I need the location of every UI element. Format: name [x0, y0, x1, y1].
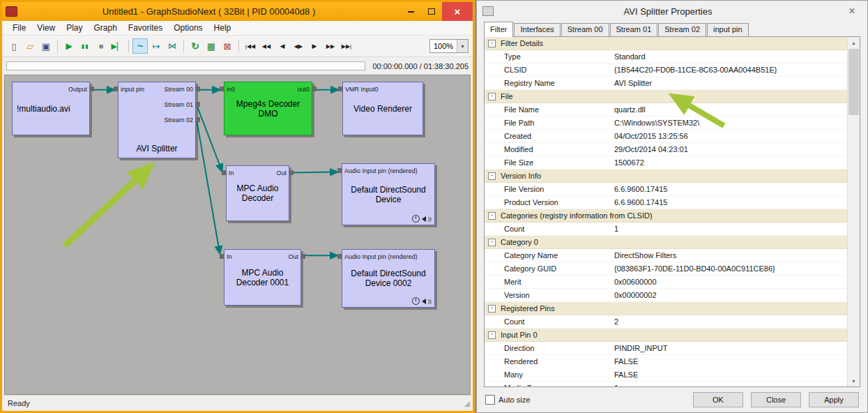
property-row[interactable]: TypeStandard [485, 50, 848, 63]
seek-start-icon[interactable] [243, 38, 258, 54]
tab-stream-01[interactable]: Stream 01 [610, 23, 658, 36]
seek-backward-icon[interactable] [259, 38, 274, 54]
tab-input-pin[interactable]: input pin [707, 23, 749, 36]
disconnect-icon[interactable] [165, 38, 180, 54]
dialog-titlebar[interactable]: AVI Splitter Properties [477, 1, 867, 22]
connect-intelligent-icon[interactable] [132, 38, 148, 54]
frame-back-icon[interactable] [275, 38, 290, 54]
open-file-icon[interactable] [22, 38, 38, 54]
property-row[interactable]: Merit0x00600000 [485, 276, 848, 289]
property-row[interactable]: Count1 [485, 223, 848, 236]
filter-default-directsound-device-0002[interactable]: Audio Input pin (rendered)Default Direct… [342, 249, 435, 308]
tab-stream-00[interactable]: Stream 00 [561, 23, 609, 36]
property-row[interactable]: File PathC:\Windows\SYSTEM32\ [485, 117, 848, 130]
graph-canvas[interactable]: Output!multiaudio.aviinput pinStream 00S… [4, 75, 471, 395]
step-icon[interactable] [109, 38, 125, 54]
connect-direct-icon[interactable] [149, 38, 164, 54]
dialog-close-button[interactable] [842, 3, 862, 19]
filter-video-renderer[interactable]: VMR Input0Video Renderer [342, 82, 423, 135]
property-row[interactable]: Modified29/Oct/2014 04:23:01 [485, 143, 848, 156]
property-row[interactable]: File Namequartz.dll [485, 103, 848, 117]
vertical-scrollbar[interactable] [847, 37, 860, 386]
resize-grip[interactable] [464, 399, 470, 408]
frame-pair-icon[interactable] [291, 38, 306, 54]
tab-interfaces[interactable]: Interfaces [514, 23, 560, 36]
collapse-icon[interactable]: - [488, 305, 496, 313]
refresh-icon[interactable] [188, 38, 203, 54]
apply-button[interactable]: Apply [809, 392, 859, 407]
pin-in0[interactable]: in0 [227, 86, 235, 93]
property-row[interactable]: CLSID{1B544C20-FD0B-11CE-8C63-00AA0044B5… [485, 63, 848, 77]
maximize-button[interactable] [421, 2, 442, 21]
zoom-select[interactable]: 100% [429, 39, 469, 53]
pin-out0[interactable]: out0 [297, 86, 310, 93]
pin-in[interactable]: In [227, 253, 232, 260]
property-row[interactable]: Version0x00000002 [485, 289, 848, 302]
filter-mpc-audio-decoder-0001[interactable]: InOutMPC Audio Decoder 0001 [224, 249, 301, 306]
pin-out[interactable]: Out [276, 170, 287, 177]
property-row[interactable]: DirectionPINDIR_INPUT [485, 342, 848, 355]
property-row[interactable]: RenderedFALSE [485, 355, 848, 368]
connection-line[interactable] [197, 105, 222, 171]
new-file-icon[interactable] [6, 38, 22, 54]
menu-item-file[interactable]: File [8, 22, 31, 34]
section-header-category-0[interactable]: -Category 0 [485, 236, 848, 249]
property-row[interactable]: Count2 [485, 315, 848, 329]
filter-avi-splitter[interactable]: input pinStream 00Stream 01Stream 02AVI … [118, 82, 196, 158]
property-row[interactable]: File Size1500672 [485, 156, 848, 170]
minimize-button[interactable] [400, 2, 421, 21]
menu-item-favorites[interactable]: Favorites [123, 22, 167, 34]
filter-mpc-audio-decoder[interactable]: InOutMPC Audio Decoder [226, 165, 289, 221]
property-row[interactable]: ManyFALSE [485, 368, 848, 382]
save-file-icon[interactable] [38, 38, 54, 54]
collapse-icon[interactable]: - [488, 331, 496, 339]
property-row[interactable]: File Version6.6.9600.17415 [485, 183, 848, 196]
property-row[interactable]: Product Version6.6.9600.17415 [485, 196, 848, 209]
collapse-icon[interactable]: - [488, 40, 496, 47]
menu-item-help[interactable]: Help [209, 22, 236, 34]
scroll-up-arrow[interactable] [848, 37, 860, 48]
section-header-version-info[interactable]: -Version Info [485, 170, 848, 183]
pin-stream-01[interactable]: Stream 01 [164, 101, 193, 108]
pin-output[interactable]: Output [68, 86, 87, 93]
pin-stream-02[interactable]: Stream 02 [164, 117, 193, 123]
close-dialog-button[interactable]: Close [751, 392, 801, 407]
collapse-icon[interactable]: - [488, 239, 496, 246]
pin-in[interactable]: In [229, 170, 234, 177]
tab-filter[interactable]: Filter [484, 22, 513, 37]
pin-vmr-input0[interactable]: VMR Input0 [345, 86, 379, 93]
stop-icon[interactable] [93, 38, 109, 54]
menu-item-options[interactable]: Options [169, 22, 207, 34]
delete-filter-icon[interactable] [220, 38, 235, 54]
checkbox-box[interactable] [485, 395, 495, 405]
section-header-filter-details[interactable]: -Filter Details [485, 37, 848, 50]
pin-audio-input-pin-rendered[interactable]: Audio Input pin (rendered) [344, 167, 418, 174]
property-row[interactable]: Category NameDirectShow Filters [485, 249, 848, 262]
pin-out[interactable]: Out [288, 253, 298, 260]
property-row[interactable]: Registry NameAVI Splitter [485, 77, 848, 90]
seek-end-icon[interactable] [339, 38, 354, 54]
section-header-categories-registry-information-from-clsid[interactable]: -Categories (registry information from C… [485, 209, 848, 223]
pin-input-pin[interactable]: input pin [121, 86, 144, 93]
seek-bar[interactable] [6, 61, 365, 70]
filter-multiaudio-avi[interactable]: Output!multiaudio.avi [12, 82, 90, 135]
frame-forward-icon[interactable] [307, 38, 322, 54]
section-header-registered-pins[interactable]: -Registered Pins [485, 302, 848, 315]
pause-icon[interactable] [77, 38, 93, 54]
menu-item-graph[interactable]: Graph [89, 22, 121, 34]
section-header-file[interactable]: -File [485, 90, 848, 103]
property-row[interactable]: Category GUID{083863F1-70DE-11D0-BD40-00… [485, 262, 848, 276]
seek-forward-icon[interactable] [323, 38, 338, 54]
pin-audio-input-pin-rendered[interactable]: Audio Input pin (rendered) [344, 253, 418, 260]
chevron-down-icon[interactable] [457, 40, 468, 52]
menu-item-view[interactable]: View [32, 22, 60, 34]
ok-button[interactable]: OK [693, 392, 743, 407]
connection-line[interactable] [290, 172, 337, 172]
filter-mpeg4s-decoder-dmo[interactable]: in0out0Mpeg4s Decoder DMO [224, 82, 312, 135]
section-header-input-pin-0[interactable]: -Input Pin 0 [485, 329, 848, 342]
collapse-icon[interactable]: - [488, 93, 496, 100]
scroll-down-arrow[interactable] [848, 375, 860, 386]
tab-stream-02[interactable]: Stream 02 [658, 23, 706, 36]
insert-filter-icon[interactable] [204, 38, 219, 54]
auto-size-checkbox[interactable]: Auto size [485, 395, 530, 405]
